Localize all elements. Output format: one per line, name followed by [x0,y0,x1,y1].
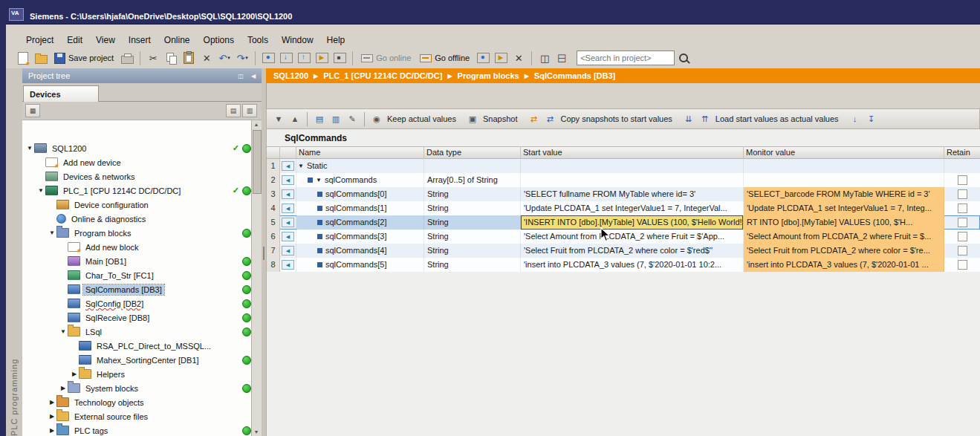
retain-checkbox[interactable] [958,189,967,199]
table-row-7[interactable]: 7◀sqlCommands[4]String'Select Fruit from… [267,244,980,258]
tree-item-helpers[interactable]: ▶Helpers [22,367,262,381]
name-cell[interactable]: ▼Static [296,159,424,173]
open-project-icon[interactable] [33,51,49,66]
start-value-cell[interactable]: 'SELECT fullname FROM MyTable where id= … [521,187,744,201]
initialize-setpoints-icon[interactable]: ✎ [345,111,360,126]
expand-closed-icon[interactable]: ▶ [48,399,56,406]
tree-item-device-configuration[interactable]: Device configuration [22,198,262,212]
data-type-cell[interactable]: Array[0..5] of String [424,173,521,187]
menu-item-help[interactable]: Help [320,33,352,48]
data-type-cell[interactable]: String [424,215,521,230]
undo-dropdown-icon[interactable]: ▾ [227,55,230,61]
expand-open-icon[interactable]: ▼ [59,328,68,335]
expand-closed-icon[interactable]: ▶ [59,385,68,391]
name-cell[interactable]: sqlCommands[2] [296,215,424,230]
tree-item-plc-tags[interactable]: ▶PLC tags [22,423,262,436]
copy-setpoint-icon[interactable]: ⇈ [698,111,713,126]
expand-members-icon[interactable]: ▼ [271,111,286,126]
tree-item-add-new-device[interactable]: Add new device [22,155,262,169]
name-cell[interactable]: sqlCommands[5] [296,258,424,272]
tree-item-add-new-block[interactable]: Add new block [22,240,262,254]
cross-references-icon[interactable]: ✕ [510,51,527,66]
scroll-up-icon[interactable]: ▲ [252,122,261,127]
menu-item-options[interactable]: Options [197,33,241,48]
start-value-cell[interactable] [521,159,744,173]
expand-closed-icon[interactable]: ▶ [48,427,56,434]
menu-item-edit[interactable]: Edit [60,33,89,48]
tree-item-sqlconfig-db2[interactable]: SqlConfig [DB2] [22,296,262,310]
retain-checkbox[interactable] [958,175,967,185]
data-type-cell[interactable]: String [424,201,521,215]
copy-snapshot-icon[interactable]: ⇄ [526,111,541,126]
details-view-icon[interactable]: ▤ [226,104,241,117]
upload-from-device-icon[interactable] [296,51,312,66]
keep-actual-values-icon[interactable]: ◉ [369,111,384,126]
add-row-icon[interactable]: ▤ [312,111,327,126]
online-diagnostics-icon[interactable] [475,51,491,66]
retain-cell[interactable] [944,173,980,187]
data-type-cell[interactable] [424,159,521,173]
menu-item-project[interactable]: Project [19,33,60,48]
tab-devices[interactable]: Devices [23,85,99,102]
retain-checkbox[interactable] [958,232,967,241]
table-row-2[interactable]: 2◀▼sqlCommandsArray[0..5] of String [267,173,980,187]
redo-dropdown-icon[interactable]: ▾ [245,55,248,61]
copy-snapshot-all-icon[interactable]: ⇄ [542,111,557,126]
name-cell[interactable]: sqlCommands[1] [296,201,424,215]
name-cell[interactable]: ▼sqlCommands [296,173,424,187]
start-value-cell[interactable]: 'Select Fruit from PLCDATA_2 where color… [521,244,744,258]
split-editor-horizontal-icon[interactable]: ◫ [555,50,571,66]
start-value-cell[interactable]: 'Select Amount from PLCDATA_2 where Frui… [521,230,744,244]
breadcrumb-item-sqlcommands-db3[interactable]: SqlCommands [DB3] [534,71,615,80]
table-row-4[interactable]: 4◀sqlCommands[1]String'Update PLCDATA_1 … [267,201,980,215]
cut-icon[interactable]: ✂ [145,51,161,66]
undo-button[interactable]: ↶▾ [216,51,233,66]
go-offline-button[interactable]: Go offline [416,51,473,66]
tree-item-lsql[interactable]: ▼LSql [22,325,262,339]
tree-item-plc-1-cpu-1214c-dc-dc-dc[interactable]: ▼PLC_1 [CPU 1214C DC/DC/DC]✓ [22,183,262,198]
split-editor-vertical-icon[interactable]: ◫ [536,51,553,66]
compile-icon[interactable] [260,51,276,66]
breadcrumb-item-program-blocks[interactable]: Program blocks [458,71,519,80]
tree-item-sqlreceive-db8[interactable]: SqlReceive [DB8] [22,310,262,325]
copy-icon[interactable] [163,51,179,66]
retain-checkbox[interactable] [958,204,967,213]
tree-item-sqlcommands-db3[interactable]: SqlCommands [DB3] [22,282,262,296]
collapse-members-icon[interactable]: ▲ [288,111,302,126]
delete-icon[interactable]: ✕ [198,51,215,66]
search-input[interactable] [577,51,675,65]
download-to-device-icon[interactable] [278,51,294,66]
print-icon[interactable] [119,51,135,66]
expand-open-icon[interactable]: ▼ [25,145,34,152]
scroll-thumb[interactable] [253,130,262,194]
expand-closed-icon[interactable]: ▶ [48,413,56,420]
member-expand-icon[interactable]: ▼ [316,173,322,187]
tree-item-online-diagnostics[interactable]: Online & diagnostics [22,212,262,226]
menu-item-window[interactable]: Window [275,33,320,48]
retain-checkbox[interactable] [958,260,967,270]
insert-row-icon[interactable]: ▥ [328,111,343,126]
expand-open-icon[interactable]: ▼ [48,230,56,236]
load-start-values-label[interactable]: Load start values as actual values [715,114,839,123]
name-cell[interactable]: sqlCommands[0] [296,187,424,201]
tree-scrollbar[interactable]: ▲ ▼ [251,120,262,436]
header-start-value[interactable]: Start value [521,146,744,159]
retain-cell[interactable] [944,201,980,215]
table-row-6[interactable]: 6◀sqlCommands[3]String'Select Amount fro… [267,230,980,244]
table-row-3[interactable]: 3◀sqlCommands[0]String'SELECT fullname F… [267,187,980,201]
load-all-values-icon[interactable]: ↧ [864,111,879,126]
retain-checkbox[interactable] [958,246,967,256]
search-project-icon[interactable] [676,51,692,66]
tree-item-char-to-str-fc1[interactable]: Char_To_Str [FC1] [22,268,262,282]
tree-item-mahex-sortingcenter-db1[interactable]: Mahex_SortingCenter [DB1] [22,353,262,367]
breadcrumb-item-sql1200[interactable]: SQL1200 [273,71,308,80]
tree-item-technology-objects[interactable]: ▶Technology objects [22,395,262,409]
table-row-5[interactable]: 5◀sqlCommands[2]String'INSERT INTO [dbo]… [267,215,980,230]
header-retain[interactable]: Retain [944,146,980,159]
table-row-8[interactable]: 8◀sqlCommands[5]String'insert into PLCDA… [267,258,980,272]
load-start-values-icon[interactable]: ↓ [848,111,863,126]
start-value-cell[interactable]: 'insert into PLCDATA_3 values (7, $'2020… [521,258,744,272]
menu-item-online[interactable]: Online [158,33,197,48]
redo-button[interactable]: ↷▾ [234,51,250,66]
keep-actual-values-label[interactable]: Keep actual values [387,114,456,123]
